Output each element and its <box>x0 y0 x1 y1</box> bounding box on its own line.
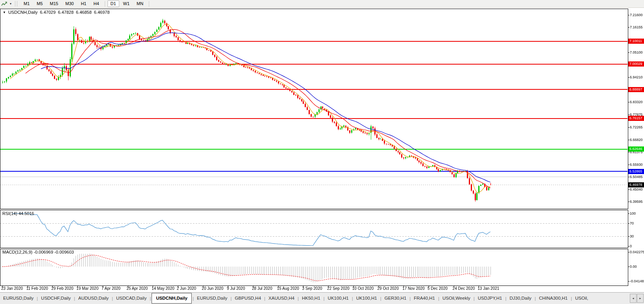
price-axis-label: 6.66820 <box>630 138 643 142</box>
date-axis-label: 2 Jun 2020 <box>177 286 196 291</box>
tab-eurusd-daily[interactable]: EURUSD,Daily <box>0 293 37 304</box>
date-axis-label: 29 Feb 2020 <box>51 286 73 291</box>
price-level-badge: 6.88897 <box>628 87 644 92</box>
rsi-axis-label: 70 <box>630 221 634 225</box>
date-axis-label: 23 Jan 2020 <box>1 286 23 291</box>
date-axis-label: 15 Aug 2020 <box>277 286 299 291</box>
rsi-axis-label: 0 <box>630 244 632 248</box>
date-axis-label: 20 Jun 2020 <box>202 286 224 291</box>
trading-platform-window: ▾ M1M5M15M30H1H4D1W1MN ▼ USDCNH,Daily 6.… <box>0 0 644 304</box>
price-level-badge: 6.62646 <box>628 146 644 152</box>
timeframe-m30-button[interactable]: M30 <box>62 0 77 7</box>
tab-gbpusd-h4[interactable]: GBPUSD,H4 <box>232 293 264 304</box>
collapse-triangle-icon[interactable]: ▼ <box>3 11 6 14</box>
tab-audusd-daily[interactable]: AUDUSD,Daily <box>75 293 112 304</box>
chart-tabs-bar: EURUSD,Daily|USDCHF,Daily|AUDUSD,Daily|U… <box>0 292 644 304</box>
tab-china300-h1[interactable]: CHINA300,H1 <box>536 293 571 304</box>
timeframe-d1-button[interactable]: D1 <box>107 0 119 7</box>
date-axis-label: 10 Oct 2020 <box>352 286 374 291</box>
tab-ger30-h1[interactable]: GER30,H1 <box>381 293 410 304</box>
date-axis-label: 24 Dec 2020 <box>453 286 475 291</box>
price-axis-label: 6.94210 <box>630 75 643 79</box>
date-axis-label: 17 Nov 2020 <box>402 286 425 291</box>
price-axis-label: 6.83320 <box>630 100 643 104</box>
tab-separator: | <box>150 296 151 301</box>
date-axis-label: 14 May 2020 <box>152 286 174 291</box>
price-axis-label: 6.45040 <box>630 187 643 191</box>
macd-axis-label: -0.04148 <box>630 279 644 283</box>
price-axis-label: 6.72265 <box>630 125 643 129</box>
macd-axis-label: 0.00 <box>630 265 637 269</box>
ohlc-low: 6.46858 <box>76 10 92 15</box>
date-axis-label: 7 Apr 2020 <box>102 286 120 291</box>
tab-fra40-h1[interactable]: FRA40,H1 <box>411 293 438 304</box>
tab-usdchf-daily[interactable]: USDCHF,Daily <box>38 293 74 304</box>
tab-usdcnh-daily[interactable]: USDCNH,Daily <box>152 293 192 304</box>
date-axis-label: 29 Oct 2020 <box>378 286 399 291</box>
chevron-down-icon[interactable]: ▾ <box>8 2 13 6</box>
toolbar-separator <box>149 1 149 7</box>
tab-usdjpy-h1[interactable]: USDJPY,H1 <box>475 293 505 304</box>
tab-xauusd-h4[interactable]: XAUUSD,H4 <box>265 293 298 304</box>
toolbar-separator <box>105 1 105 7</box>
date-axis-label: 13 Jan 2021 <box>477 286 499 291</box>
macd-axis-label: 0.042275 <box>630 250 644 254</box>
ohlc-open: 6.47029 <box>40 10 56 15</box>
price-level-badge: 6.52865 <box>628 169 644 174</box>
timeframe-m15-button[interactable]: M15 <box>47 0 61 7</box>
chart-tabs: EURUSD,Daily|USDCHF,Daily|AUDUSD,Daily|U… <box>0 293 644 304</box>
date-axis-label: 22 Sep 2020 <box>327 286 350 291</box>
tab-uk100-h1[interactable]: UK100,H1 <box>325 293 352 304</box>
timeframe-m5-button[interactable]: M5 <box>33 0 46 7</box>
macd-indicator-label: MACD(12,26,9) -0.006969 -0.009603 <box>2 250 74 254</box>
rsi-axis-label: 30 <box>630 234 634 238</box>
chart-canvas[interactable] <box>0 0 644 292</box>
tab-usoil-weekly[interactable]: USOil,Weekly <box>439 293 474 304</box>
price-level-badge: 7.10011 <box>628 39 644 44</box>
tabs-scroll-left-icon[interactable]: ◄ <box>630 294 637 303</box>
tab-uk100-h1[interactable]: UK100,H1 <box>353 293 380 304</box>
price-axis-label: 6.50485 <box>630 175 643 179</box>
tab-usdcad-daily[interactable]: USDCAD,Daily <box>113 293 150 304</box>
timeframe-toolbar: ▾ M1M5M15M30H1H4D1W1MN <box>0 0 644 8</box>
price-axis-label: 7.16155 <box>630 25 643 29</box>
ohlc-high: 6.47828 <box>58 10 74 15</box>
timeframe-buttons: M1M5M15M30H1H4D1W1MN <box>20 0 151 7</box>
date-axis-label: 25 Apr 2020 <box>127 286 148 291</box>
price-level-badge: 6.76157 <box>628 116 644 121</box>
price-axis-label: 7.21600 <box>630 13 643 17</box>
chart-symbol-label: USDCNH,Daily <box>8 10 38 15</box>
timeframe-h4-button[interactable]: H4 <box>90 0 102 7</box>
tab-usoil-[interactable]: USOil, <box>572 293 591 304</box>
date-axis-label: 9 Jul 2020 <box>227 286 245 291</box>
tab-hk50-h1[interactable]: HK50,H1 <box>299 293 324 304</box>
price-axis-label: 6.55930 <box>630 163 643 167</box>
tab-dj30-daily[interactable]: DJ30,Daily <box>507 293 535 304</box>
toolbar-grip[interactable] <box>15 1 17 6</box>
rsi-indicator-label: RSI(14) 44.5016 <box>2 211 34 216</box>
timeframe-w1-button[interactable]: W1 <box>120 0 133 7</box>
price-axis-label: 7.05100 <box>630 50 643 54</box>
chart-title: ▼ USDCNH,Daily 6.47029 6.47828 6.46858 6… <box>3 10 110 15</box>
date-axis-label: 11 Feb 2020 <box>26 286 48 291</box>
price-axis-label: 6.39595 <box>630 200 643 204</box>
date-axis-label: 19 Mar 2020 <box>76 286 98 291</box>
price-level-badge: 7.00029 <box>628 61 644 67</box>
date-axis-label: 28 Jul 2020 <box>252 286 272 291</box>
tabs-scroll-right-icon[interactable]: ► <box>637 294 644 303</box>
tab-eurusd-daily[interactable]: EURUSD,Daily <box>194 293 230 304</box>
ohlc-close: 6.46978 <box>94 10 110 15</box>
timeframe-mn-button[interactable]: MN <box>133 0 146 7</box>
date-axis-label: 5 Dec 2020 <box>427 286 448 291</box>
rsi-axis-label: 100 <box>630 211 636 215</box>
timeframe-m1-button[interactable]: M1 <box>20 0 33 7</box>
chart-cursor-icon[interactable] <box>0 1 8 7</box>
tabs-scroll-controls: ◄ ► <box>630 294 644 303</box>
date-axis-label: 3 Sep 2020 <box>302 286 322 291</box>
timeframe-h1-button[interactable]: H1 <box>78 0 89 7</box>
current-price-badge: 6.46978 <box>628 182 644 187</box>
